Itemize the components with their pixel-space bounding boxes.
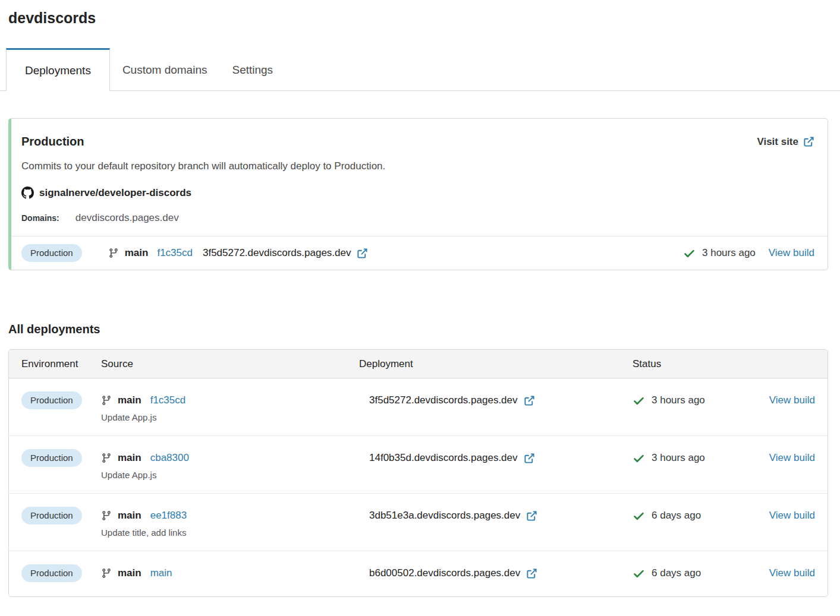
tab-deployments[interactable]: Deployments xyxy=(6,48,110,91)
column-header-status: Status xyxy=(633,358,815,370)
source-group: main cba8300 xyxy=(101,449,359,467)
branch-name: main xyxy=(118,510,141,522)
environment-cell: Production xyxy=(21,507,101,525)
branch-name: main xyxy=(118,452,141,464)
environment-badge: Production xyxy=(21,391,82,409)
status-time: 3 hours ago xyxy=(652,452,705,464)
view-build-link[interactable]: View build xyxy=(769,567,815,579)
deployment-url-group: 3f5d5272.devdiscords.pages.dev xyxy=(203,247,369,259)
git-branch-icon xyxy=(101,453,112,463)
visit-site-link[interactable]: Visit site xyxy=(757,136,814,148)
status-group: 3 hours ago xyxy=(683,247,756,260)
deployment-cell: b6d00502.devdiscords.pages.dev xyxy=(369,564,633,582)
status-cell: 3 hours ago View build xyxy=(633,391,815,409)
external-link-icon[interactable] xyxy=(526,510,537,522)
tab-bar: Deployments Custom domains Settings xyxy=(0,48,840,91)
status-group: 6 days ago xyxy=(633,510,701,522)
external-link-icon xyxy=(803,136,814,147)
column-header-deployment: Deployment xyxy=(359,358,633,370)
view-build-link[interactable]: View build xyxy=(769,452,815,464)
git-branch-icon xyxy=(101,568,112,579)
domains-line: Domains: devdiscords.pages.dev xyxy=(11,212,828,224)
status-group: 3 hours ago xyxy=(633,394,705,407)
visit-site-label: Visit site xyxy=(757,136,798,148)
check-icon xyxy=(633,567,645,580)
production-description: Commits to your default repository branc… xyxy=(11,160,828,172)
view-build-link[interactable]: View build xyxy=(769,394,815,406)
view-build-link[interactable]: View build xyxy=(769,510,815,522)
view-build-link[interactable]: View build xyxy=(769,247,814,259)
deployment-url: b6d00502.devdiscords.pages.dev xyxy=(369,567,520,579)
production-card-title: Production xyxy=(21,135,84,149)
check-icon xyxy=(633,510,645,522)
source-cell: main f1c35cd Update App.js xyxy=(101,391,359,424)
deployment-url: 3f5d5272.devdiscords.pages.dev xyxy=(203,247,351,259)
check-icon xyxy=(633,394,645,407)
environment-cell: Production xyxy=(21,449,101,467)
source-group: main ee1f883 xyxy=(101,507,359,525)
status-time: 3 hours ago xyxy=(652,394,705,406)
commit-link[interactable]: f1c35cd xyxy=(157,247,193,259)
branch-name: main xyxy=(118,394,141,406)
deployment-cell: 14f0b35d.devdiscords.pages.dev xyxy=(369,449,633,467)
external-link-icon[interactable] xyxy=(524,453,535,464)
environment-cell: Production xyxy=(21,564,101,582)
environment-badge: Production xyxy=(21,244,82,262)
commit-link[interactable]: ee1f883 xyxy=(150,510,187,522)
status-group: 6 days ago xyxy=(633,567,701,580)
git-branch-icon xyxy=(101,395,112,406)
source-cell: main cba8300 Update App.js xyxy=(101,449,359,481)
environment-badge: Production xyxy=(21,564,82,582)
source-group: main f1c35cd xyxy=(101,391,359,409)
commit-message: Update App.js xyxy=(101,412,359,424)
status-time: 3 hours ago xyxy=(702,247,756,259)
environment-cell: Production xyxy=(21,391,101,409)
page-title: devdiscords xyxy=(8,10,840,27)
deployments-table: Environment Source Deployment Status Pro… xyxy=(8,349,828,597)
column-header-environment: Environment xyxy=(21,358,101,370)
environment-badge: Production xyxy=(21,507,82,525)
table-row: Production main f1c35cd Update App.js 3f… xyxy=(9,378,828,436)
table-row: Production main main b6d00502.devdiscord… xyxy=(9,551,828,596)
source-group: main main xyxy=(101,564,359,582)
table-row: Production main cba8300 Update App.js 14… xyxy=(9,436,828,494)
deployment-url: 3f5d5272.devdiscords.pages.dev xyxy=(369,394,518,406)
domains-value: devdiscords.pages.dev xyxy=(75,212,179,224)
table-header-row: Environment Source Deployment Status xyxy=(9,350,828,378)
production-card: Production Visit site Commits to your de… xyxy=(8,118,828,270)
branch-name: main xyxy=(125,247,149,259)
source-cell: main ee1f883 Update title, add links xyxy=(101,507,359,539)
branch-name: main xyxy=(118,567,141,579)
domains-label: Domains: xyxy=(21,213,59,223)
table-row: Production main ee1f883 Update title, ad… xyxy=(9,494,828,551)
status-cell: 6 days ago View build xyxy=(633,507,815,525)
status-group: 3 hours ago xyxy=(633,452,705,465)
git-branch-icon xyxy=(108,248,119,258)
commit-link[interactable]: main xyxy=(150,567,172,579)
github-icon xyxy=(21,187,34,199)
commit-link[interactable]: cba8300 xyxy=(150,452,189,464)
environment-badge: Production xyxy=(21,449,82,467)
status-time: 6 days ago xyxy=(652,510,701,522)
source-group: main f1c35cd xyxy=(108,247,193,259)
deployment-url: 3db51e3a.devdiscords.pages.dev xyxy=(369,510,520,522)
check-icon xyxy=(633,452,645,465)
status-time: 6 days ago xyxy=(652,567,701,579)
external-link-icon[interactable] xyxy=(526,568,537,579)
commit-message: Update App.js xyxy=(101,469,359,481)
column-header-source: Source xyxy=(101,358,359,370)
deployment-cell: 3db51e3a.devdiscords.pages.dev xyxy=(369,507,633,525)
all-deployments-title: All deployments xyxy=(8,323,840,336)
external-link-icon[interactable] xyxy=(357,248,368,259)
status-cell: 3 hours ago View build xyxy=(633,449,815,467)
deployment-url: 14f0b35d.devdiscords.pages.dev xyxy=(369,452,518,464)
tab-custom-domains[interactable]: Custom domains xyxy=(110,48,220,90)
tab-settings[interactable]: Settings xyxy=(219,48,285,90)
git-branch-icon xyxy=(101,510,112,521)
status-cell: 6 days ago View build xyxy=(633,564,815,582)
production-deployment-row: Production main f1c35cd 3f5d5272.devdisc… xyxy=(11,236,828,270)
source-cell: main main xyxy=(101,564,359,585)
external-link-icon[interactable] xyxy=(524,395,535,406)
commit-link[interactable]: f1c35cd xyxy=(150,394,186,406)
commit-message: Update title, add links xyxy=(101,527,359,539)
